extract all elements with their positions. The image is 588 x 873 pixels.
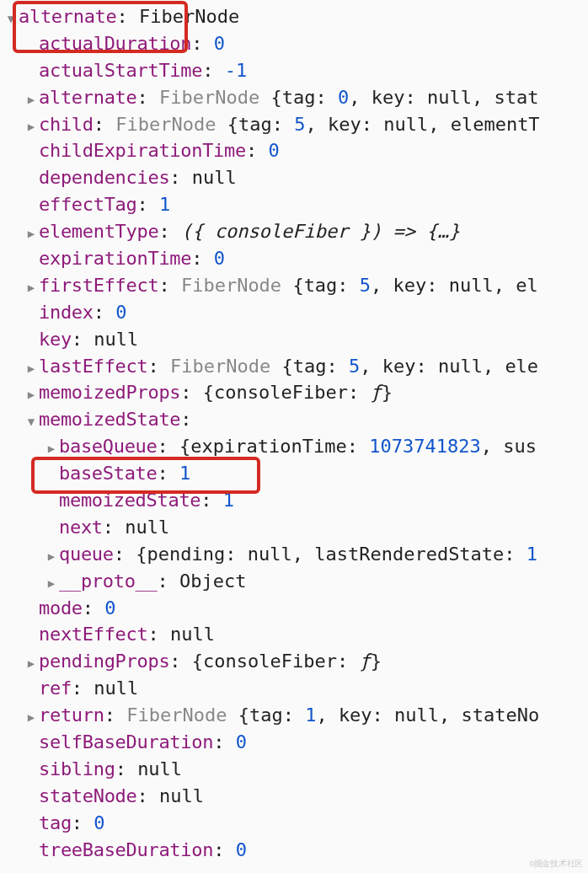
prop-value: ({ consoleFiber }) => {…} xyxy=(181,221,460,242)
prop-index[interactable]: index: 0 xyxy=(0,299,588,326)
prop-value: Object xyxy=(179,570,246,592)
prop-key: queue xyxy=(59,544,114,565)
prop-value: 0 xyxy=(338,87,349,108)
prop-dependencies[interactable]: dependencies: null xyxy=(0,164,588,191)
prop-value: null xyxy=(170,624,215,645)
prop-key: treeBaseDuration xyxy=(39,839,213,860)
prop-effectTag[interactable]: effectTag: 1 xyxy=(0,191,588,218)
prop-value: null xyxy=(137,758,182,779)
prop-key: actualStartTime xyxy=(39,60,202,81)
prop-key: memoizedState xyxy=(39,409,180,430)
root-alternate[interactable]: alternate: FiberNode xyxy=(0,3,588,30)
prop-key: stateNode xyxy=(39,785,137,806)
prop-value: {consoleFiber: ƒ} xyxy=(203,382,393,403)
prop-value: -1 xyxy=(225,60,248,81)
chevron-right-icon[interactable] xyxy=(24,655,39,672)
chevron-right-icon[interactable] xyxy=(24,386,39,403)
prop-key: elementType xyxy=(39,221,158,242)
prop-childExpirationTime[interactable]: childExpirationTime: 0 xyxy=(0,137,588,164)
prop-value: null xyxy=(159,785,204,806)
prop-value: null xyxy=(438,356,483,377)
prop-stateNode[interactable]: stateNode: null xyxy=(0,783,588,810)
prop-value: FiberNode xyxy=(139,6,239,27)
prop-key: expirationTime xyxy=(39,248,191,269)
chevron-right-icon[interactable] xyxy=(24,225,39,242)
chevron-right-icon[interactable] xyxy=(24,279,39,296)
prop-key: dependencies xyxy=(39,167,169,188)
chevron-right-icon[interactable] xyxy=(24,91,39,108)
prop-value: null xyxy=(94,329,138,350)
prop-key: child xyxy=(39,114,94,135)
prop-key: selfBaseDuration xyxy=(39,731,213,752)
prop-pendingProps[interactable]: pendingProps: {consoleFiber: ƒ} xyxy=(0,648,588,675)
prop-nextEffect[interactable]: nextEffect: null xyxy=(0,621,588,648)
prop-sibling[interactable]: sibling: null xyxy=(0,756,588,783)
prop-actualStartTime[interactable]: actualStartTime: -1 xyxy=(0,57,588,84)
prop-child[interactable]: child: FiberNode {tag: 5, key: null, ele… xyxy=(0,111,588,138)
prop-value: 5 xyxy=(360,275,371,296)
prop-key: index xyxy=(39,302,94,323)
prop-memoizedState[interactable]: memoizedState: xyxy=(0,406,588,433)
type-name: FiberNode xyxy=(115,114,216,135)
prop-mode[interactable]: mode: 0 xyxy=(0,595,588,622)
prop-key: firstEffect xyxy=(39,275,158,296)
prop-elementType[interactable]: elementType: ({ consoleFiber }) => {…} xyxy=(0,218,588,245)
prop-value: 0 xyxy=(236,731,247,752)
prop-actualDuration[interactable]: actualDuration: 0 xyxy=(0,30,588,57)
prop-value: 0 xyxy=(94,812,104,833)
chevron-right-icon[interactable] xyxy=(24,709,39,726)
prop-key: sibling xyxy=(39,758,115,779)
prop-selfBaseDuration[interactable]: selfBaseDuration: 0 xyxy=(0,729,588,756)
watermark: o掘金技术社区 xyxy=(530,858,583,867)
prop-value: null xyxy=(383,114,428,135)
prop-value: 0 xyxy=(214,33,225,54)
prop-key: actualDuration xyxy=(39,33,191,54)
chevron-right-icon[interactable] xyxy=(24,360,39,377)
prop-expirationTime[interactable]: expirationTime: 0 xyxy=(0,245,588,272)
prop-key[interactable]: key: null xyxy=(0,326,588,353)
prop-firstEffect[interactable]: firstEffect: FiberNode {tag: 5, key: nul… xyxy=(0,272,588,299)
chevron-right-icon[interactable] xyxy=(44,440,59,457)
prop-memoizedProps[interactable]: memoizedProps: {consoleFiber: ƒ} xyxy=(0,379,588,406)
prop-key: lastEffect xyxy=(39,356,147,377)
prop-key: effectTag xyxy=(39,194,137,215)
chevron-down-icon[interactable] xyxy=(3,10,19,27)
prop-memoizedState[interactable]: memoizedState: 1 xyxy=(0,487,588,514)
prop-key: baseState xyxy=(59,463,158,484)
prop-value: null xyxy=(192,167,237,188)
prop-key: __proto__ xyxy=(59,570,158,592)
prop-value: {consoleFiber: ƒ} xyxy=(192,651,382,672)
type-name: FiberNode xyxy=(181,275,281,296)
prop-key: memoizedProps xyxy=(39,382,180,403)
prop-treeBaseDuration[interactable]: treeBaseDuration: 0 xyxy=(0,837,588,864)
prop-tag[interactable]: tag: 0 xyxy=(0,810,588,837)
prop-key: childExpirationTime xyxy=(39,140,246,161)
chevron-right-icon[interactable] xyxy=(44,548,59,565)
prop-baseState[interactable]: baseState: 1 xyxy=(0,460,588,487)
prop-return[interactable]: return: FiberNode {tag: 1, key: null, st… xyxy=(0,702,588,729)
prop-queue[interactable]: queue: {pending: null, lastRenderedState… xyxy=(0,541,588,568)
prop-value: 0 xyxy=(115,302,126,323)
prop-lastEffect[interactable]: lastEffect: FiberNode {tag: 5, key: null… xyxy=(0,353,588,380)
prop-key: nextEffect xyxy=(39,624,147,645)
prop-key: tag xyxy=(39,812,72,833)
prop-next[interactable]: next: null xyxy=(0,514,588,541)
prop-value: null xyxy=(427,87,472,108)
type-name: FiberNode xyxy=(159,87,259,108)
type-name: FiberNode xyxy=(170,356,270,377)
chevron-down-icon[interactable] xyxy=(24,413,39,430)
prop-value: 0 xyxy=(236,839,247,860)
type-name: FiberNode xyxy=(126,704,227,726)
prop-value: 1 xyxy=(305,704,316,726)
prop-alternate[interactable]: alternate: FiberNode {tag: 0, key: null,… xyxy=(0,84,588,111)
prop-__proto__[interactable]: __proto__: Object xyxy=(0,568,588,595)
prop-value: null xyxy=(394,704,439,726)
prop-value: 1 xyxy=(223,490,234,511)
chevron-right-icon[interactable] xyxy=(44,575,59,592)
prop-value: null xyxy=(248,544,292,565)
prop-ref[interactable]: ref: null xyxy=(0,675,588,702)
chevron-right-icon[interactable] xyxy=(24,118,39,135)
prop-key: alternate xyxy=(39,87,137,108)
prop-key: pendingProps xyxy=(39,651,169,672)
prop-baseQueue[interactable]: baseQueue: {expirationTime: 1073741823, … xyxy=(0,433,588,460)
